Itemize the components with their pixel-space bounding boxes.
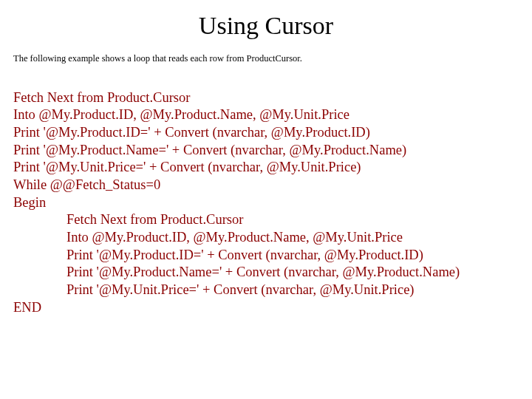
code-line: Into @My.Product.ID, @My.Product.Name, @… (13, 107, 349, 122)
intro-text: The following example shows a loop that … (0, 47, 532, 72)
code-line: Fetch Next from Product.Cursor (66, 212, 243, 227)
code-line: END (13, 300, 41, 315)
slide-title: Using Cursor (0, 0, 532, 47)
code-line: Begin (13, 195, 46, 210)
code-line: Fetch Next from Product.Cursor (13, 90, 190, 105)
code-line: Print '@My.Product.Name=' + Convert (nva… (13, 143, 406, 157)
code-line: Print '@My.Product.ID=' + Convert (nvarc… (13, 125, 370, 140)
code-line: Print '@My.Product.ID=' + Convert (nvarc… (66, 248, 423, 262)
code-line: Into @My.Product.ID, @My.Product.Name, @… (66, 230, 403, 245)
code-line: While @@Fetch_Status=0 (13, 177, 160, 192)
code-line: Print '@My.Unit.Price=' + Convert (nvarc… (13, 160, 361, 174)
slide: Using Cursor The following example shows… (0, 0, 532, 399)
code-line: Print '@My.Product.Name=' + Convert (nva… (66, 265, 460, 279)
code-block: Fetch Next from Product.Cursor Into @My.… (0, 72, 532, 316)
code-line: Print '@My.Unit.Price=' + Convert (nvarc… (66, 282, 415, 297)
